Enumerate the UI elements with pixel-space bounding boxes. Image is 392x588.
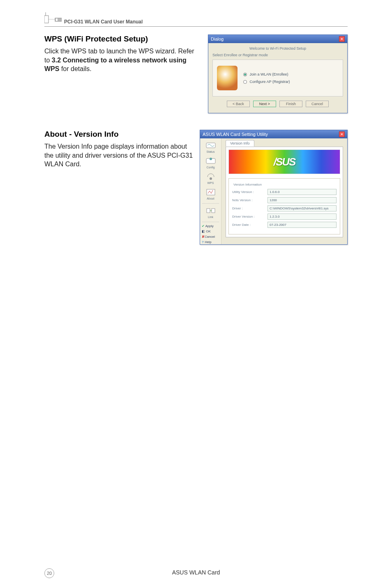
tab-version-info[interactable]: Version Info: [226, 140, 254, 147]
radio-enrollee-label: Join a WLAN (Enrollee): [250, 72, 288, 76]
help-label: Help: [205, 240, 211, 244]
close-icon[interactable]: ×: [339, 36, 345, 42]
link-icon: [205, 206, 217, 215]
dialog2-title: ASUS WLAN Card Setting Utility: [203, 132, 268, 137]
ndis-version-label: Ndis Version :: [232, 198, 265, 202]
radio-registrar[interactable]: Configure AP (Registrar): [243, 80, 290, 84]
sidebar-link-label: Link: [208, 216, 213, 218]
ndis-version-field: 1200: [267, 197, 337, 203]
utility-sidebar: Status Config WPS About: [200, 138, 221, 244]
close-icon[interactable]: ×: [339, 131, 345, 137]
wlan-card-icon: [44, 12, 62, 25]
version-info-group: Version Information Utility Version : 1.…: [228, 178, 340, 234]
ok-button[interactable]: ◧ OK: [200, 229, 221, 234]
wps-title: WPS (WiFi Protected Setup): [44, 34, 201, 44]
driver-path-field: C:\WINDOWS\system32\drivers\rt61.sys: [267, 205, 337, 211]
dialog1-welcome: Welcome to Wi-Fi Protected Setup: [212, 46, 343, 53]
sidebar-item-status[interactable]: Status: [202, 140, 219, 155]
svg-rect-0: [44, 16, 48, 23]
svg-rect-4: [56, 18, 58, 21]
device-illustration-icon: [217, 66, 238, 90]
finish-button[interactable]: Finish: [279, 101, 302, 107]
radio-dot-icon: [243, 80, 247, 84]
sidebar-item-config[interactable]: Config: [202, 156, 219, 170]
apply-button[interactable]: ✔ Apply: [200, 224, 221, 228]
page-header: PCI-G31 WLAN Card User Manual: [44, 12, 348, 27]
sidebar-item-link[interactable]: Link: [202, 205, 219, 220]
driver-version-field: 1.2.3.0: [267, 214, 337, 220]
sidebar-about-label: About: [207, 197, 214, 200]
about-title: About - Version Info: [44, 130, 193, 139]
version-group-label: Version Information: [232, 183, 263, 186]
ok-label: OK: [206, 230, 211, 233]
svg-rect-11: [212, 209, 215, 213]
section-wps: WPS (WiFi Protected Setup) Click the WPS…: [44, 34, 348, 113]
utility-version-field: 1.0.6.0: [267, 189, 337, 195]
driver-date-field: 07-23-2007: [267, 222, 337, 228]
sidebar-status-label: Status: [207, 150, 215, 153]
status-icon: [205, 141, 217, 150]
svg-point-7: [210, 158, 212, 160]
cancel-button[interactable]: Cancel: [306, 101, 329, 107]
wps-body: Click the WPS tab to launch the WPS wiza…: [44, 47, 201, 74]
sidebar-config-label: Config: [206, 166, 214, 169]
radio-enrollee[interactable]: Join a WLAN (Enrollee): [243, 72, 290, 76]
manual-title: PCI-G31 WLAN Card User Manual: [64, 19, 143, 25]
about-body: The Version Info page displays informati…: [44, 142, 193, 169]
svg-point-8: [210, 177, 212, 180]
next-button[interactable]: Next >: [253, 101, 276, 107]
svg-rect-10: [207, 209, 210, 213]
dialog1-title: Dialog: [211, 37, 224, 41]
apply-label: Apply: [205, 224, 214, 228]
utility-version-label: Utility Version :: [232, 190, 265, 194]
wps-body-post: for details.: [59, 65, 91, 72]
about-icon: [205, 188, 217, 197]
back-button[interactable]: < Back: [227, 101, 250, 107]
config-icon: [205, 156, 217, 165]
dialog1-mode-label: Select Enrollee or Registrar mode: [212, 53, 343, 57]
wps-icon: [205, 172, 217, 181]
radio-dot-icon: [243, 73, 247, 76]
driver-date-label: Driver Date :: [232, 223, 265, 227]
sidebar-item-about[interactable]: About: [202, 187, 219, 202]
version-info-pane: /SUS Version Information Utility Version…: [226, 147, 343, 237]
cancel-label: Cancel: [205, 235, 215, 239]
setting-utility-window: ASUS WLAN Card Setting Utility × Status …: [200, 130, 348, 245]
driver-version-label: Driver Version :: [232, 215, 265, 218]
driver-path-label: Driver :: [232, 207, 265, 210]
asus-logo-icon: /SUS: [228, 149, 340, 174]
svg-rect-9: [207, 189, 215, 195]
section-about: About - Version Info The Version Info pa…: [44, 130, 348, 245]
radio-registrar-label: Configure AP (Registrar): [250, 80, 290, 84]
sidebar-item-wps[interactable]: WPS: [202, 171, 219, 186]
sidebar-cancel-button[interactable]: ✘Cancel: [200, 234, 221, 239]
sidebar-wps-label: WPS: [208, 181, 214, 184]
footer-text: ASUS WLAN Card: [0, 569, 392, 576]
wps-dialog-window: Dialog × Welcome to Wi-Fi Protected Setu…: [208, 34, 348, 113]
help-button[interactable]: ? Help: [200, 240, 221, 244]
